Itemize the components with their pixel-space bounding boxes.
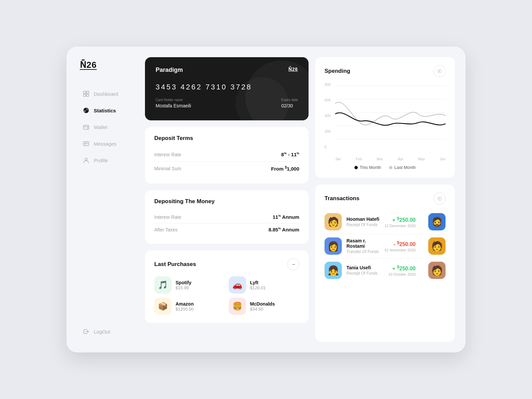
svg-rect-0 [83,91,86,93]
transactions-arrow-button[interactable] [434,193,446,204]
card-brand: Paradigm [156,66,183,73]
spending-panel: Spending 800 600 400 200 0 [315,57,455,178]
sidebar-item-wallet[interactable]: Wallet [77,119,137,135]
logout-label: LogOut [94,329,110,334]
purchase-item-amazon: 📦 Amazon $1200.00 [154,298,225,315]
spending-arrow-button[interactable] [434,65,446,77]
tx-date-tania: 10 October 2020 [388,272,416,276]
legend-last-month-label: Last Month [394,165,416,170]
dashboard-icon [82,90,90,97]
sidebar-item-messages-label: Messages [94,141,116,147]
spending-chart: 800 600 400 200 0 [325,82,446,156]
legend-this-month-label: This Month [360,165,381,170]
deposit-row-rate: Interesr Rate 8% - 11% [154,148,299,162]
mcdonalds-name: McDonalds [250,301,275,307]
tx-peek-avatar-3: 🧑 [428,262,446,279]
deposit-sum-value: From $1,000 [271,166,299,172]
tx-date-hooman: 12 December 2020 [384,224,416,228]
deposit-terms-panel: Deposit Terms Interesr Rate 8% - 11% Min… [145,127,309,184]
sidebar-item-statistics-label: Statistics [94,108,116,113]
chart-svg-container [335,82,446,149]
tx-desc-tania: Receipt Of Funds [346,271,384,276]
spotify-icon: 🎵 [154,276,172,294]
tx-amount-tania: + $250.00 [388,264,416,272]
purchases-arrow-button[interactable]: → [287,258,299,270]
purchase-item-spotify: 🎵 Spotify $15.99 [154,276,225,294]
depositing-row-tax: After Taxes 8.85% Annum [154,223,299,236]
sidebar: N̄26 Dashboard [77,57,137,342]
tx-amount-rasam: - $250.00 [384,240,416,247]
tx-desc-rasam: Transfer Of Funds [346,249,380,254]
tx-name-tania: Tania Usefi [346,265,384,270]
chart-y-labels: 800 600 400 200 0 [325,82,331,156]
sidebar-item-profile[interactable]: Profile [77,153,137,168]
svg-rect-5 [83,125,89,129]
main-container: N̄26 Dashboard [66,47,466,352]
purchases-panel: Last Purchases → 🎵 Spotify $15.99 🚗 [145,250,309,323]
tx-avatar-hooman: 🧑 [325,213,342,230]
logo: N̄26 [77,60,137,70]
tx-date-rasam: 01 November 2020 [384,248,416,252]
tx-amount-hooman: + $250.00 [384,216,416,223]
deposit-row-sum: Minimal Sum From $1,000 [154,162,299,176]
purchase-item-mcdonalds: 🍔 McDonalds $34.50 [229,298,299,315]
sidebar-item-dashboard[interactable]: Dashboard [77,86,137,101]
lyft-icon: 🚗 [229,276,246,294]
tx-name-hooman: Hooman Hatefi [346,216,380,222]
deposit-rate-value: 8% - 11% [281,152,299,157]
depositing-rate-value: 11% Annum [273,214,299,220]
profile-icon [82,157,90,164]
svg-rect-3 [86,94,89,96]
sidebar-item-messages[interactable]: Messages [77,136,137,151]
transaction-item-hooman: 🧑 Hooman Hatefi Receipt Of Funds + $250.… [325,210,446,234]
tx-desc-hooman: Receipt Of Funds [346,222,380,227]
legend-this-month: This Month [354,165,381,170]
depositing-title: Depositing The Money [154,198,299,205]
svg-point-9 [438,69,442,73]
lyft-name: Lyft [250,280,266,285]
depositing-tax-label: After Taxes [154,227,178,232]
legend-this-month-dot [354,166,358,169]
right-column: Spending 800 600 400 200 0 [315,57,455,342]
sidebar-item-profile-label: Profile [94,158,108,163]
chart-x-labels: Jan Feb Mar Apr May Jun [325,157,446,161]
tx-name-rasam: Rasam r. Rostami [346,238,380,249]
card-number: 3453 4262 7310 3728 [156,83,298,91]
svg-rect-1 [86,91,89,93]
legend-last-month-dot [389,166,392,169]
svg-rect-2 [83,94,86,96]
spotify-name: Spotify [176,280,191,285]
card-logo: N̄26 [288,66,298,72]
transaction-item-tania: 👧 Tania Usefi Receipt Of Funds + $250.00… [325,258,446,282]
card-holder-label: Card Holder name [156,98,191,102]
spending-title: Spending [325,68,350,74]
svg-point-6 [87,128,88,129]
legend-last-month: Last Month [389,165,416,170]
main-content: Paradigm N̄26 3453 4262 7310 3728 Card H… [145,57,455,342]
purchases-grid: 🎵 Spotify $15.99 🚗 Lyft $120.01 [154,276,299,315]
depositing-tax-value: 8.85% Annum [269,227,300,232]
sidebar-item-statistics[interactable]: Statistics [77,103,137,118]
depositing-row-rate: Interesr Rate 11% Annum [154,211,299,223]
left-column: Paradigm N̄26 3453 4262 7310 3728 Card H… [145,57,309,342]
logout-button[interactable]: LogOut [77,324,137,339]
deposit-rate-label: Interesr Rate [154,152,181,157]
logout-icon [82,328,90,335]
nav-items: Dashboard Statistics [77,86,137,324]
purchase-item-lyft: 🚗 Lyft $120.01 [229,276,299,294]
purchases-title: Last Purchases [154,261,196,268]
svg-rect-7 [83,142,89,146]
mcdonalds-icon: 🍔 [229,298,246,315]
tx-avatar-rasam: 👩 [325,237,342,255]
messages-icon [82,140,90,147]
card-expiry: 02/30 [281,103,298,108]
deposit-terms-title: Deposit Terms [154,135,299,142]
depositing-panel: Depositing The Money Interesr Rate 11% A… [145,190,309,244]
transaction-item-rasam: 👩 Rasam r. Rostami Transfer Of Funds - $… [325,234,446,258]
sidebar-item-wallet-label: Wallet [94,124,107,130]
card-expiry-label: Expiry date [281,98,298,102]
amazon-icon: 📦 [154,298,172,315]
amazon-name: Amazon [176,301,194,307]
transactions-title: Transactions [325,195,359,202]
mcdonalds-amount: $34.50 [250,307,275,312]
